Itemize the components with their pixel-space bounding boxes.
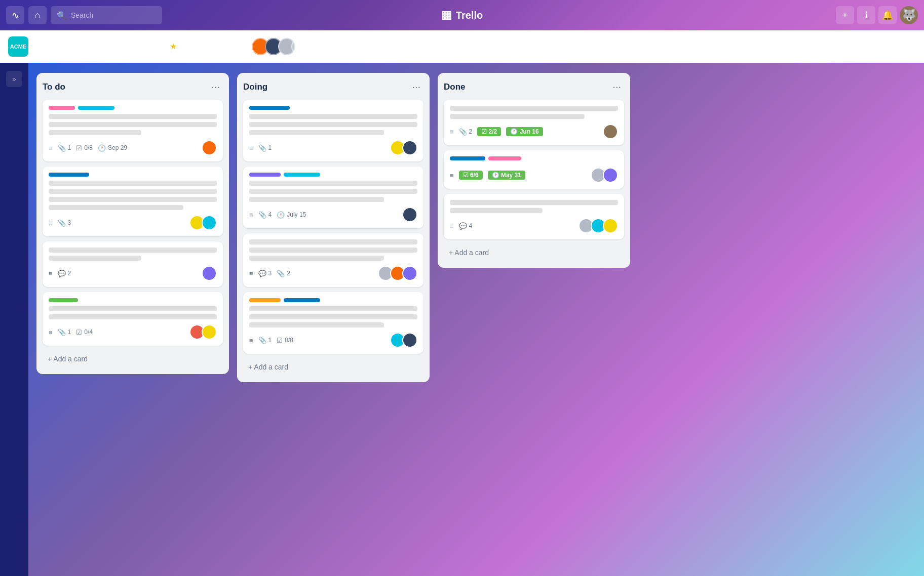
tag-pink — [49, 106, 75, 110]
add-card-label: + Add a card — [48, 355, 88, 363]
star-button[interactable]: ★ — [165, 38, 181, 55]
card-doing-4[interactable]: ≡ 📎 1 ☑ 0/8 — [243, 292, 423, 354]
column-menu-doing[interactable]: ··· — [409, 80, 423, 94]
checklist-badge: ☑ 2/2 — [477, 127, 501, 136]
card-todo-1[interactable]: ≡ 📎 1 ☑ 0/8 🕐 Sep 29 — [43, 100, 223, 161]
card-tags — [450, 156, 618, 160]
card-done-1[interactable]: ≡ 📎 2 ☑ 2/2 🕐 Jun 16 — [444, 100, 624, 145]
attachments-count: 📎 1 — [58, 144, 71, 152]
card-todo-3[interactable]: ≡ 💬 2 — [43, 241, 223, 287]
card-meta: ≡ 💬 4 — [450, 222, 573, 230]
card-line — [249, 122, 417, 127]
card-meta: ≡ 📎 1 ☑ 0/8 — [249, 337, 385, 344]
user-avatar[interactable]: 🐺 — [900, 6, 918, 24]
bell-icon: 🔔 — [882, 10, 893, 21]
card-avatars — [189, 324, 217, 340]
card-footer: ≡ 📎 4 🕐 July 15 — [249, 207, 417, 222]
more-options-button[interactable]: ··· — [894, 38, 916, 55]
card-footer: ≡ 📎 3 — [49, 215, 217, 230]
desc-icon: ≡ — [49, 144, 53, 152]
card-lines — [49, 114, 217, 135]
info-button[interactable]: ℹ — [857, 6, 875, 24]
desc-icon: ≡ — [49, 270, 53, 277]
card-avatar — [202, 140, 217, 155]
card-footer: ≡ ☑ 6/6 🕐 May 31 — [450, 168, 618, 183]
search-bar[interactable]: 🔍 Search — [51, 6, 162, 24]
desc-icon: ≡ — [49, 219, 53, 227]
checklist-count: ☑ 0/8 — [277, 337, 293, 344]
card-line — [249, 189, 417, 194]
column-title-done: Done — [444, 82, 466, 92]
tag-blue — [450, 156, 485, 160]
card-avatars — [378, 266, 417, 281]
add-button[interactable]: + — [836, 6, 854, 24]
card-footer: ≡ 💬 2 — [49, 266, 217, 281]
desc-icon: ≡ — [450, 172, 454, 179]
card-line — [249, 322, 384, 327]
tag-blue — [284, 298, 320, 302]
column-doing: Doing ··· ≡ 📎 1 — [237, 73, 430, 382]
card-tags — [249, 106, 417, 110]
card-avatar — [202, 215, 217, 230]
card-tags — [49, 173, 217, 177]
add-card-button-done[interactable]: + Add a card — [444, 244, 624, 261]
add-card-button-todo[interactable]: + Add a card — [43, 351, 223, 367]
home-button[interactable]: ⌂ — [28, 6, 47, 24]
board-header: ACME ▦ ▾ Task Management ★ Acme, Inc. +1… — [0, 30, 924, 63]
search-placeholder: Search — [71, 11, 93, 19]
board-menu-button[interactable]: ▦ ▾ — [34, 38, 57, 54]
add-icon: + — [842, 10, 848, 21]
notifications-button[interactable]: 🔔 — [878, 6, 897, 24]
workspace-button[interactable]: Acme, Inc. — [198, 39, 246, 54]
invite-button[interactable]: Invite — [315, 39, 350, 54]
card-footer: ≡ 📎 2 ☑ 2/2 🕐 Jun 16 — [450, 124, 618, 139]
column-header-todo: To do ··· — [43, 80, 223, 94]
column-menu-done[interactable]: ··· — [609, 80, 624, 94]
card-avatar — [402, 333, 417, 348]
card-doing-1[interactable]: ≡ 📎 1 — [243, 100, 423, 161]
card-done-2[interactable]: ≡ ☑ 6/6 🕐 May 31 — [444, 150, 624, 189]
column-header-done: Done ··· — [444, 80, 624, 94]
header-divider — [189, 38, 190, 55]
card-tags — [249, 298, 417, 302]
column-done: Done ··· ≡ 📎 2 ☑ 2/2 🕐 Jun 16 — [438, 73, 630, 268]
nav-right-actions: + ℹ 🔔 🐺 — [836, 6, 918, 24]
card-meta: ≡ 📎 4 🕐 July 15 — [249, 211, 397, 219]
card-avatars — [603, 124, 618, 139]
comments-count: 💬 3 — [258, 270, 272, 277]
card-meta: ≡ ☑ 6/6 🕐 May 31 — [450, 171, 586, 180]
card-avatars — [402, 207, 417, 222]
attachments-count: 📎 3 — [58, 219, 71, 227]
card-avatars — [390, 140, 417, 155]
card-avatar — [603, 124, 618, 139]
column-menu-todo[interactable]: ··· — [208, 80, 223, 94]
card-doing-2[interactable]: ≡ 📎 4 🕐 July 15 — [243, 167, 423, 228]
board-area: To do ··· ≡ 📎 1 ☑ 0/8 🕐 Sep 29 — [28, 63, 924, 576]
card-line — [49, 306, 217, 311]
sidebar: » — [0, 63, 28, 576]
card-meta: ≡ 💬 3 📎 2 — [249, 270, 373, 277]
checklist-count: ☑ 0/8 — [76, 144, 93, 152]
add-card-button-doing[interactable]: + Add a card — [243, 359, 423, 375]
due-date-badge: 🕐 May 31 — [488, 171, 525, 180]
card-line — [450, 106, 618, 111]
search-icon: 🔍 — [57, 11, 67, 20]
card-todo-2[interactable]: ≡ 📎 3 — [43, 167, 223, 236]
desc-icon: ≡ — [450, 222, 454, 230]
card-line — [49, 122, 217, 127]
members-count-badge[interactable]: +12 — [291, 38, 309, 55]
card-line — [249, 306, 417, 311]
card-avatars — [189, 215, 217, 230]
card-lines — [249, 239, 417, 261]
card-tags — [249, 173, 417, 177]
star-icon: ★ — [170, 42, 177, 51]
sidebar-collapse-button[interactable]: » — [6, 71, 22, 87]
grid-menu-button[interactable]: ∿ — [6, 6, 24, 24]
card-done-3[interactable]: ≡ 💬 4 — [444, 194, 624, 239]
card-doing-3[interactable]: ≡ 💬 3 📎 2 — [243, 233, 423, 287]
due-date: 🕐 July 15 — [277, 211, 306, 219]
card-line — [450, 114, 585, 119]
checklist-count: ☑ 0/4 — [76, 328, 93, 336]
card-todo-4[interactable]: ≡ 📎 1 ☑ 0/4 — [43, 292, 223, 346]
card-line — [249, 256, 384, 261]
